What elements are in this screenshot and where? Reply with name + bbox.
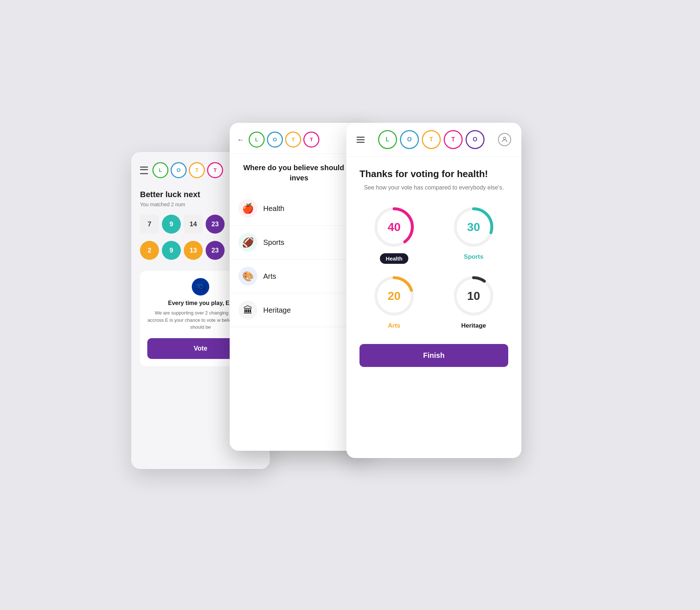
health-label: Health: [263, 204, 284, 213]
arts-value: 20: [388, 289, 401, 303]
ball-T2: T: [207, 162, 223, 178]
chart-heritage: 10 Heritage: [439, 274, 508, 329]
results-content: Thanks for voting for health! See how yo…: [346, 157, 521, 379]
finish-button[interactable]: Finish: [359, 344, 508, 367]
num-7: 7: [140, 215, 159, 234]
ball-O1: O: [171, 162, 187, 178]
sports-chart: 30: [452, 205, 495, 249]
sports-icon: 🏈: [238, 233, 257, 252]
health-value: 40: [388, 220, 401, 234]
chart-health: 40 Health: [359, 205, 429, 264]
hamburger-menu[interactable]: [140, 167, 148, 174]
ball-L: L: [152, 162, 168, 178]
s3-ball-T1: T: [422, 130, 441, 149]
sports-label-result: Sports: [464, 253, 483, 261]
health-chart: 40: [372, 205, 416, 249]
svg-point-0: [503, 137, 506, 140]
s3-ball-L: L: [378, 130, 397, 149]
num-14: 14: [184, 215, 203, 234]
heritage-icon: 🏛: [238, 301, 257, 320]
sports-value: 30: [467, 220, 480, 234]
num-9a: 9: [162, 215, 181, 234]
chart-arts: 20 Arts: [359, 274, 429, 329]
heritage-label-result: Heritage: [461, 322, 486, 329]
s3-hamburger[interactable]: [357, 137, 365, 143]
screen3-header: L O T T O: [346, 123, 521, 157]
s2-ball-L: L: [249, 132, 265, 148]
back-button[interactable]: ←: [237, 136, 244, 144]
s3-ball-O1: O: [400, 130, 419, 149]
eu-flag-icon: 🇪🇺: [192, 278, 209, 296]
s3-ball-O2: O: [466, 130, 485, 149]
chart-sports: 30 Sports: [439, 205, 508, 264]
arts-label-result: Arts: [388, 322, 400, 329]
charts-grid: 40 Health 30 Sports: [359, 205, 508, 329]
heritage-chart: 10: [452, 274, 495, 318]
lotto-balls-screen2: L O T T: [249, 132, 319, 148]
sports-label: Sports: [263, 238, 284, 247]
arts-chart: 20: [372, 274, 416, 318]
arts-icon: 🎨: [238, 267, 257, 286]
num-23a: 23: [206, 215, 225, 234]
thanks-title: Thanks for voting for health!: [359, 168, 508, 180]
heritage-value: 10: [467, 289, 480, 303]
num-9b: 9: [162, 241, 181, 260]
num-13: 13: [184, 241, 203, 260]
ball-T1: T: [189, 162, 205, 178]
heritage-label: Heritage: [263, 306, 291, 314]
s2-ball-T2: T: [303, 132, 319, 148]
screen-results: L O T T O Thanks for voting for health! …: [346, 123, 521, 458]
s2-ball-O: O: [267, 132, 283, 148]
arts-label: Arts: [263, 272, 276, 281]
thanks-subtitle: See how your vote has compared to everyb…: [359, 183, 508, 192]
lotto-balls-small: L O T T: [152, 162, 223, 178]
num-2: 2: [140, 241, 159, 260]
s3-lotto-balls: L O T T O: [378, 130, 485, 149]
health-icon: 🍎: [238, 199, 257, 218]
user-avatar[interactable]: [498, 133, 511, 146]
health-label-result: Health: [380, 253, 408, 264]
s3-ball-T2: T: [444, 130, 463, 149]
s2-ball-T1: T: [285, 132, 301, 148]
num-23b: 23: [206, 241, 225, 260]
